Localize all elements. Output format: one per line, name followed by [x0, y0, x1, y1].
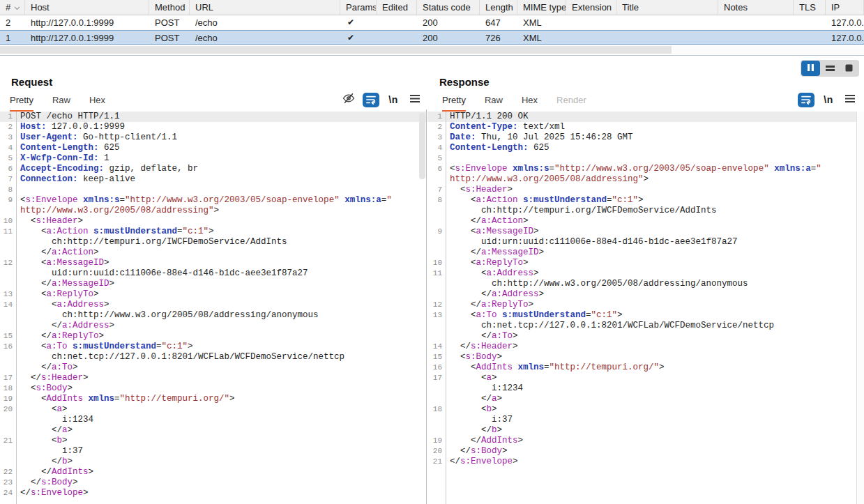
code-line: 23 </s:Body> [0, 478, 426, 488]
layout-split-rows-button[interactable] [821, 61, 840, 76]
line-number [0, 237, 15, 247]
response-vertical-scrollbar[interactable] [856, 112, 864, 504]
code-text: </a> [15, 425, 73, 436]
code-line: </a:Address> [427, 289, 856, 300]
line-number: 18 [427, 404, 445, 415]
request-vertical-scrollbar-thumb[interactable] [419, 113, 425, 179]
code-text: Content-Length: 625 [445, 143, 550, 153]
code-line: </a> [0, 425, 426, 436]
code-line: 18 <b> [427, 404, 856, 415]
column-header-extension[interactable]: Extension [566, 0, 616, 15]
code-line: </b> [0, 457, 426, 467]
editor-menu-button[interactable] [842, 92, 858, 107]
line-number: 19 [427, 436, 445, 446]
request-tab-hex[interactable]: Hex [89, 95, 105, 110]
code-line: </a:To> [427, 331, 856, 342]
line-number: 4 [427, 143, 445, 153]
column-header-label: # [6, 2, 10, 13]
code-line: 14 </s:Header> [427, 342, 856, 352]
line-number [0, 247, 15, 258]
code-line: 1POST /echo HTTP/1.1 [0, 112, 426, 122]
table-horizontal-scrollbar-thumb[interactable] [0, 46, 672, 54]
code-line: 4Content-Length: 625 [0, 143, 426, 153]
request-tab-pretty[interactable]: Pretty [10, 95, 33, 112]
line-number: 5 [427, 153, 445, 164]
response-tab-render[interactable]: Render [556, 95, 586, 110]
code-line: 19 </AddInts> [427, 436, 856, 446]
word-wrap-button[interactable] [798, 92, 814, 107]
word-wrap-button[interactable] [363, 92, 379, 107]
code-text: <a:To s:mustUnderstand="c:1"> [15, 342, 193, 352]
column-header-col[interactable]: # [0, 0, 25, 15]
request-editor[interactable]: 1POST /echo HTTP/1.12Host: 127.0.0.1:999… [0, 112, 426, 504]
cell-col: 1 [0, 31, 25, 44]
code-text: <a:ReplyTo> [15, 289, 99, 300]
request-panel-title: Request [11, 76, 52, 88]
code-text: Host: 127.0.0.1:9999 [15, 122, 125, 132]
code-text: <s:Body> [445, 352, 502, 362]
line-number [0, 206, 15, 216]
cell-notes [718, 31, 794, 44]
visibility-off-button[interactable] [341, 92, 356, 107]
column-header-mime-type[interactable]: MIME type [517, 0, 566, 15]
column-header-status-code[interactable]: Status code [417, 0, 480, 15]
response-tab-pretty[interactable]: Pretty [442, 95, 466, 112]
code-text: HTTP/1.1 200 OK [445, 112, 529, 122]
code-text: User-Agent: Go-http-client/1.1 [15, 132, 177, 143]
line-number: 9 [0, 195, 15, 206]
request-tab-raw[interactable]: Raw [52, 95, 70, 110]
column-header-label: Edited [382, 2, 408, 13]
column-header-edited[interactable]: Edited [377, 0, 417, 15]
line-number: 14 [0, 300, 15, 310]
code-text: <a> [445, 373, 497, 383]
column-header-label: Length [485, 2, 513, 13]
table-row-2[interactable]: 2http://127.0.0.1:9999POST/echo✔200647XM… [0, 15, 864, 30]
show-newlines-button[interactable]: \n [821, 92, 836, 107]
layout-split-columns-button[interactable] [801, 61, 820, 76]
response-panel-title: Response [439, 76, 490, 88]
code-text: i:1234 [15, 415, 93, 425]
show-newlines-button[interactable]: \n [386, 92, 401, 107]
code-line: http://www.w3.org/2005/08/addressing"> [0, 206, 426, 216]
response-editor[interactable]: 1HTTP/1.1 200 OK2Content-Type: text/xml3… [427, 112, 856, 504]
column-header-host[interactable]: Host [25, 0, 149, 15]
line-number [427, 289, 445, 300]
column-header-notes[interactable]: Notes [718, 0, 794, 15]
table-row-1[interactable]: 1http://127.0.0.1:9999POST/echo✔200726XM… [0, 30, 864, 45]
code-text: <a:To s:mustUnderstand="c:1"> [445, 310, 623, 321]
column-header-tls[interactable]: TLS [794, 0, 826, 15]
code-line: 20 </s:Body> [427, 446, 856, 457]
editor-menu-button[interactable] [407, 92, 423, 107]
code-text: <s:Header> [15, 216, 83, 227]
column-header-label: TLS [799, 2, 816, 13]
code-text: </b> [15, 457, 73, 467]
code-text: ch:net.tcp://127.0.0.1:8201/WCFLab/WCFDe… [445, 321, 774, 331]
layout-maximize-button[interactable] [840, 61, 858, 76]
column-header-length[interactable]: Length [480, 0, 517, 15]
code-line: 21 <b> [0, 436, 426, 446]
line-number: 6 [0, 164, 15, 174]
newline-chars-icon: \n [388, 94, 397, 105]
cell-length: 726 [480, 31, 517, 44]
code-text: </a:Address> [445, 289, 544, 300]
column-header-params[interactable]: Params [340, 0, 377, 15]
word-wrap-icon [363, 93, 379, 107]
response-tab-raw[interactable]: Raw [485, 95, 503, 110]
line-number [427, 206, 445, 216]
line-number [0, 362, 15, 373]
code-line: 10 <s:Header> [0, 216, 426, 227]
column-header-method[interactable]: Method [149, 0, 190, 15]
line-number: 3 [427, 132, 445, 143]
column-header-ip[interactable]: IP [826, 0, 864, 15]
panel-splitter[interactable] [426, 109, 427, 504]
code-line: i:37 [427, 415, 856, 425]
code-line: i:1234 [427, 383, 856, 394]
column-header-title[interactable]: Title [616, 0, 718, 15]
table-horizontal-scrollbar[interactable] [0, 46, 864, 54]
code-line: 8 <a:Action s:mustUnderstand="c:1"> [427, 195, 856, 206]
column-header-url[interactable]: URL [190, 0, 340, 15]
line-number: 9 [427, 227, 445, 237]
code-line: uid:urn:uuid:c111006e-88e4-d146-b1dc-aee… [427, 237, 856, 247]
response-tab-hex[interactable]: Hex [522, 95, 538, 110]
response-gutter-separator [446, 112, 446, 504]
